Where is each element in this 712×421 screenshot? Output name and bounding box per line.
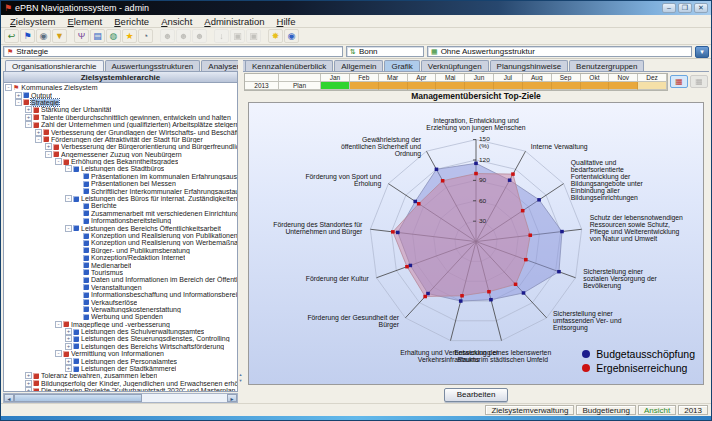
month-header-mar[interactable]: Mar	[379, 74, 408, 82]
tree-node[interactable]: +Talente überdurchschnittlich gewinnen, …	[5, 114, 237, 121]
tab-verknüpfungen[interactable]: Verknüpfungen	[421, 60, 489, 71]
tree-node[interactable]: +Toleranz bewahren, zusammen leben	[5, 372, 237, 379]
tree-collapse-handle[interactable]: -	[25, 121, 32, 128]
tree-expand-handle[interactable]: +	[25, 387, 32, 392]
tree-expand-handle[interactable]: +	[25, 380, 32, 387]
menu-item-berichte[interactable]: Berichte	[108, 16, 155, 27]
menu-item-element[interactable]: Element	[61, 16, 108, 27]
tree-node[interactable]: -Leistungen des Stadtbüros	[5, 165, 237, 172]
month-plan-cell-dez[interactable]	[638, 82, 667, 90]
tab-benutzergruppen[interactable]: Benutzergruppen	[569, 60, 644, 71]
month-header-dez[interactable]: Dez	[638, 74, 667, 82]
tree-node[interactable]: +Leistungen des Steuerungsdienstes, Cont…	[5, 335, 237, 342]
tree-node[interactable]: -⚑Kommunales Zielsystem	[5, 84, 237, 91]
month-header-jun[interactable]: Jun	[465, 74, 494, 82]
month-plan-cell-sep[interactable]	[552, 82, 581, 90]
flag-icon[interactable]: ⚑	[20, 29, 35, 43]
tree-collapse-handle[interactable]: -	[65, 195, 72, 202]
tree-collapse-handle[interactable]: -	[35, 136, 42, 143]
month-plan-cell-nov[interactable]	[609, 82, 638, 90]
tab-kennzahlenüberblick[interactable]: Kennzahlenüberblick	[245, 60, 333, 71]
scrollbar-thumb[interactable]	[14, 394, 142, 402]
tree-node[interactable]: Informationsbereitstellung	[5, 217, 237, 224]
month-plan-cell-mai[interactable]	[436, 82, 465, 90]
tree-node[interactable]: +Leistungen der Stadtkämmerei	[5, 365, 237, 372]
tree-node[interactable]: Werbung und Spenden	[5, 313, 237, 320]
tree-node[interactable]: Schriftlicher Interkommunaler Erfahrungs…	[5, 187, 237, 194]
close-button[interactable]: ✕	[694, 3, 708, 13]
month-header-mai[interactable]: Mai	[436, 74, 465, 82]
tree-node[interactable]: Konzeption und Realisierung von Werbemaß…	[5, 239, 237, 246]
tree-expand-handle[interactable]: +	[45, 143, 52, 150]
tree-node[interactable]: -Vermittlung von Informationen	[5, 350, 237, 357]
month-header-jan[interactable]: Jan	[321, 74, 350, 82]
minimize-button[interactable]: –	[662, 3, 676, 13]
chart-view-button[interactable]: ▦	[670, 75, 688, 88]
scroll-right-icon[interactable]: ►	[227, 394, 237, 402]
tree-horizontal-scrollbar[interactable]: ◄ ►	[3, 393, 238, 403]
tree-node[interactable]: Berichte	[5, 202, 237, 209]
tree-expand-handle[interactable]: +	[65, 365, 72, 372]
help-icon[interactable]: ◉	[284, 29, 299, 43]
scope-field-auswertung[interactable]: ▦Ohne Auswertungsstruktur	[427, 46, 692, 57]
month-header-nov[interactable]: Nov	[609, 74, 638, 82]
tree-collapse-handle[interactable]: -	[65, 165, 72, 172]
tree-node[interactable]: Verkaufserlöse	[5, 298, 237, 305]
month-plan-cell-jan[interactable]	[321, 82, 350, 90]
tab-organisationshierarchie[interactable]: Organisationshierarchie	[5, 60, 104, 71]
favorites-icon[interactable]: ★	[122, 29, 137, 43]
tree-node[interactable]: +Stärkung der Urbanität	[5, 106, 237, 113]
tree-node[interactable]: -Förderungen der Attraktivität der Stadt…	[5, 136, 237, 143]
tree-node[interactable]: -Zahl der Unternehmen und (qualifizierte…	[5, 121, 237, 128]
tree-node[interactable]: -Strategie	[5, 99, 237, 106]
tree-expand-handle[interactable]: +	[35, 129, 42, 136]
edit-button[interactable]: Bearbeiten	[444, 388, 509, 402]
gauge-icon[interactable]: ◔	[138, 29, 153, 43]
menu-item-zielsystem[interactable]: Zielsystem	[4, 16, 61, 27]
tree-node[interactable]: Konzeption und Realisierung von Publikat…	[5, 232, 237, 239]
tab-auswertungsstrukturen[interactable]: Auswertungsstrukturen	[105, 60, 201, 71]
tree-node[interactable]: -Leistungen des Büros für internat. Zust…	[5, 195, 237, 202]
tree-expand-handle[interactable]: +	[65, 358, 72, 365]
menu-item-administration[interactable]: Administration	[198, 16, 270, 27]
tree-node[interactable]: Präsentationen im kommunalen Erfahrungsa…	[5, 173, 237, 180]
tree-expand-handle[interactable]: +	[25, 114, 32, 121]
bulb-icon[interactable]: ✸	[268, 29, 283, 43]
month-plan-cell-apr[interactable]	[408, 82, 437, 90]
tree-node[interactable]: Tourismus	[5, 269, 237, 276]
month-plan-cell-mar[interactable]	[379, 82, 408, 90]
tree-node[interactable]: Verwaltungskostenerstattung	[5, 306, 237, 313]
tree-collapse-handle[interactable]: -	[45, 151, 52, 158]
month-plan-cell-jul[interactable]	[494, 82, 523, 90]
month-header-feb[interactable]: Feb	[350, 74, 379, 82]
pin-button[interactable]: ▾	[695, 46, 709, 58]
filter-icon[interactable]: ▼	[52, 29, 67, 43]
tree-node[interactable]: -Erhöhung des Bekanntheitsgrades	[5, 158, 237, 165]
split-divider[interactable]: ▲ ▼	[238, 59, 243, 403]
tab-planungshinweise[interactable]: Planungshinweise	[490, 60, 569, 71]
tab-grafik[interactable]: Grafik	[384, 60, 419, 71]
tree-expand-handle[interactable]: +	[25, 106, 32, 113]
divider-collapse-icon[interactable]: ▲	[238, 372, 243, 377]
tree-expand-handle[interactable]: +	[65, 343, 72, 350]
month-plan-cell-jun[interactable]	[465, 82, 494, 90]
structure-icon[interactable]: Ψ	[74, 29, 89, 43]
tree-node[interactable]: -Leistungen des Bereichs Öffentlichkeits…	[5, 224, 237, 231]
month-header-sep[interactable]: Sep	[552, 74, 581, 82]
tree-node[interactable]: +Leistungen des Bereichs Wirtschaftsförd…	[5, 343, 237, 350]
tree-node[interactable]: +Output	[5, 91, 237, 98]
tree-node[interactable]: Zusammenarbeit mit verschiedenen Einrich…	[5, 210, 237, 217]
tree-collapse-handle[interactable]: -	[55, 321, 62, 328]
scroll-left-icon[interactable]: ◄	[4, 394, 14, 402]
tree-node[interactable]: Konzeption/Redaktion Internet	[5, 254, 237, 261]
tree-node[interactable]: +Leistungen des Personalamtes	[5, 357, 237, 364]
month-header-aug[interactable]: Aug	[523, 74, 552, 82]
tree-node[interactable]: Informationsbeschaffung und Informations…	[5, 291, 237, 298]
exit-icon[interactable]: ↩	[4, 29, 19, 43]
tree-expand-handle[interactable]: +	[15, 92, 22, 99]
month-plan-cell-aug[interactable]	[523, 82, 552, 90]
tree-expand-handle[interactable]: +	[65, 328, 72, 335]
tree-collapse-handle[interactable]: -	[5, 84, 12, 91]
tree-expand-handle[interactable]: +	[65, 335, 72, 342]
scope-field-zielsystem[interactable]: ⚑Strategie	[3, 46, 343, 57]
